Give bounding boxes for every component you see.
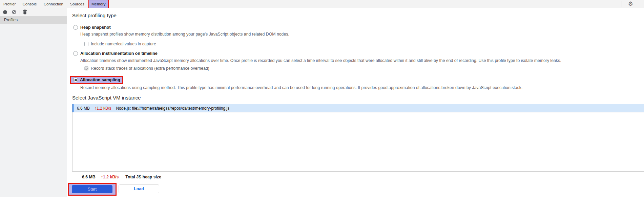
radio-heap-snapshot-label[interactable]: Heap snapshot — [80, 25, 111, 30]
vm-row-instance-name: Node.js: file:///home/rafaelgss/repos/os… — [116, 106, 229, 111]
memory-panel-content: Select profiling type Heap snapshot Heap… — [67, 8, 644, 197]
checkbox-include-numerical-values[interactable] — [84, 42, 88, 46]
vm-instance-row-selected[interactable]: 6.6 MB ↑1.2 kB/s Node.js: file:///home/r… — [72, 104, 644, 112]
start-button-annotation: Start — [68, 183, 117, 196]
profiling-type-heading: Select profiling type — [72, 13, 117, 18]
clear-block-icon[interactable] — [12, 10, 16, 14]
checkbox-record-stack-traces[interactable] — [84, 66, 88, 70]
vm-row-heap-size: 6.6 MB — [77, 106, 90, 111]
load-button[interactable]: Load — [119, 184, 159, 193]
profiles-sidebar: Profiles — [0, 16, 67, 197]
toolbar-divider — [20, 10, 20, 15]
tab-memory[interactable]: Memory — [88, 0, 109, 8]
allocation-sampling-description: Record memory allocations using sampling… — [80, 85, 522, 90]
tab-profiler[interactable]: Profiler — [0, 1, 19, 7]
radio-heap-snapshot[interactable] — [73, 25, 78, 30]
radio-allocation-timeline[interactable] — [73, 51, 78, 56]
vm-instance-list: 6.6 MB ↑1.2 kB/s Node.js: file:///home/r… — [72, 104, 644, 172]
tab-sources[interactable]: Sources — [67, 1, 88, 7]
settings-gear-icon[interactable]: ⚙ — [628, 0, 633, 8]
tabbar-right-controls: ⚙ — [622, 0, 644, 8]
delete-trash-icon[interactable] — [23, 9, 27, 15]
radio-allocation-timeline-label[interactable]: Allocation instrumentation on timeline — [80, 51, 158, 56]
tab-connection[interactable]: Connection — [40, 1, 67, 7]
heap-snapshot-description: Heap snapshot profiles show memory distr… — [80, 32, 289, 37]
record-profile-icon[interactable] — [3, 10, 7, 14]
tab-console[interactable]: Console — [19, 1, 40, 7]
sidebar-item-profiles[interactable]: Profiles — [0, 16, 67, 24]
vm-instance-heading: Select JavaScript VM instance — [72, 95, 141, 101]
tabbar-divider — [622, 1, 622, 7]
heap-totals-row: 6.6 MB ↑1.2 kB/s Total JS heap size — [82, 175, 161, 179]
start-button[interactable]: Start — [72, 185, 112, 193]
total-heap-size-label: Total JS heap size — [125, 175, 161, 179]
checkbox-record-stack-traces-label[interactable]: Record stack traces of allocations (extr… — [91, 66, 209, 71]
vm-row-allocation-rate: ↑1.2 kB/s — [95, 106, 111, 111]
allocation-timeline-description: Allocation timelines show instrumented J… — [80, 58, 561, 63]
total-allocation-rate: ↑1.2 kB/s — [101, 175, 119, 179]
devtools-tabbar: Profiler Console Connection Sources Memo… — [0, 0, 644, 8]
total-heap-size-value: 6.6 MB — [82, 175, 96, 179]
profiler-toolbar — [0, 8, 67, 16]
allocation-sampling-annotation: Allocation sampling — [70, 76, 123, 84]
checkbox-include-numerical-values-label[interactable]: Include numerical values in capture — [91, 42, 156, 46]
radio-allocation-sampling[interactable] — [73, 78, 78, 82]
radio-allocation-sampling-label[interactable]: Allocation sampling — [80, 78, 120, 82]
